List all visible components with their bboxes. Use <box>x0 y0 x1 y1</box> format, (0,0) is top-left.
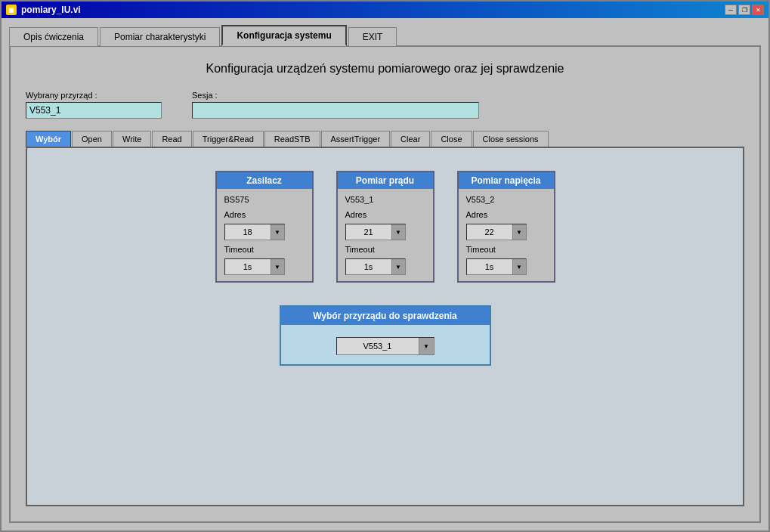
selection-dropdown-value: V553_1 <box>337 340 419 352</box>
zasilacz-timeout-label: Timeout <box>224 245 305 254</box>
pomiar-napiecia-adres-arrow[interactable]: ▼ <box>512 224 526 240</box>
tab-pomiar[interactable]: Pomiar charakterystyki <box>100 27 220 46</box>
selection-box-title: Wybór przyrządu do sprawdzenia <box>281 307 490 325</box>
subtab-close-sessions[interactable]: Close sessions <box>473 131 549 147</box>
minimize-button[interactable]: ─ <box>725 5 737 15</box>
zasilacz-adres-label: Adres <box>224 210 305 219</box>
page-title: Konfiguracja urządzeń systemu pomiaroweg… <box>26 62 744 76</box>
subtabbar: Wybór Open Write Read Trigger&Read ReadS… <box>26 131 744 148</box>
zasilacz-name: BS575 <box>224 195 305 204</box>
wybrany-przyrzad-input[interactable] <box>26 102 162 119</box>
zasilacz-adres-arrow[interactable]: ▼ <box>271 224 284 240</box>
cards-row: Zasilacz BS575 Adres 18 ▼ Timeout 1s ▼ <box>215 171 555 283</box>
pomiar-napiecia-timeout-label: Timeout <box>466 245 546 254</box>
zasilacz-timeout-dropdown[interactable]: 1s ▼ <box>224 258 285 275</box>
titlebar: ▦ pomiary_IU.vi ─ ❐ ✕ <box>2 2 768 18</box>
pomiar-napiecia-body: V553_2 Adres 22 ▼ Timeout 1s ▼ <box>459 189 554 281</box>
pomiar-pradu-body: V553_1 Adres 21 ▼ Timeout 1s ▼ <box>338 189 433 281</box>
wybrany-przyrzad-label: Wybrany przyrząd : <box>26 91 162 100</box>
close-button[interactable]: ✕ <box>752 5 764 15</box>
pomiar-pradu-adres-arrow[interactable]: ▼ <box>391 224 405 240</box>
sesja-label: Sesja : <box>192 91 479 100</box>
pomiar-napiecia-adres-dropdown[interactable]: 22 ▼ <box>466 224 527 240</box>
subtab-wybor[interactable]: Wybór <box>26 131 71 147</box>
pomiar-pradu-header: Pomiar prądu <box>338 172 433 189</box>
subtab-clear[interactable]: Clear <box>391 131 430 147</box>
subtab-open[interactable]: Open <box>72 131 112 147</box>
subtab-write[interactable]: Write <box>113 131 151 147</box>
sesja-group: Sesja : <box>192 91 479 119</box>
pomiar-napiecia-adres-value: 22 <box>467 226 512 238</box>
subtab-close[interactable]: Close <box>431 131 472 147</box>
subtab-trigger-read[interactable]: Trigger&Read <box>193 131 264 147</box>
sesja-input[interactable] <box>192 102 479 119</box>
app-icon: ▦ <box>6 5 17 15</box>
pomiar-pradu-timeout-label: Timeout <box>345 245 425 254</box>
zasilacz-adres-value: 18 <box>225 226 271 238</box>
pomiar-pradu-adres-label: Adres <box>345 210 425 219</box>
restore-button[interactable]: ❐ <box>738 5 750 15</box>
zasilacz-body: BS575 Adres 18 ▼ Timeout 1s ▼ <box>217 189 312 281</box>
zasilacz-timeout-arrow[interactable]: ▼ <box>271 259 284 274</box>
inner-panel: Zasilacz BS575 Adres 18 ▼ Timeout 1s ▼ <box>26 148 744 506</box>
tab-opis[interactable]: Opis ćwiczenia <box>9 27 98 46</box>
selection-dropdown[interactable]: V553_1 ▼ <box>336 337 434 355</box>
pomiar-napiecia-name: V553_2 <box>466 195 546 204</box>
pomiar-pradu-name: V553_1 <box>345 195 425 204</box>
tab-konfiguracja[interactable]: Konfiguracja systemu <box>221 25 346 46</box>
pomiar-pradu-adres-value: 21 <box>346 226 391 238</box>
content-area: Konfiguracja urządzeń systemu pomiaroweg… <box>9 45 761 523</box>
window-title: pomiary_IU.vi <box>21 5 81 15</box>
subtab-readstb[interactable]: ReadSTB <box>264 131 320 147</box>
pomiar-napiecia-adres-label: Adres <box>466 210 546 219</box>
pomiar-pradu-timeout-value: 1s <box>346 261 391 273</box>
pomiar-napiecia-header: Pomiar napięcia <box>459 172 554 189</box>
pomiar-pradu-timeout-dropdown[interactable]: 1s ▼ <box>345 258 406 275</box>
wybrany-przyrzad-group: Wybrany przyrząd : <box>26 91 162 119</box>
selection-dropdown-arrow[interactable]: ▼ <box>419 338 434 354</box>
zasilacz-header: Zasilacz <box>217 172 312 189</box>
fields-row: Wybrany przyrząd : Sesja : <box>26 91 744 119</box>
tab-exit[interactable]: EXIT <box>348 27 397 46</box>
zasilacz-timeout-value: 1s <box>225 261 271 273</box>
tabbar: Opis ćwiczenia Pomiar charakterystyki Ko… <box>2 18 768 45</box>
pomiar-napiecia-timeout-arrow[interactable]: ▼ <box>512 259 526 274</box>
zasilacz-card: Zasilacz BS575 Adres 18 ▼ Timeout 1s ▼ <box>215 171 314 283</box>
pomiar-pradu-card: Pomiar prądu V553_1 Adres 21 ▼ Timeout 1… <box>336 171 434 283</box>
pomiar-napiecia-card: Pomiar napięcia V553_2 Adres 22 ▼ Timeou… <box>457 171 555 283</box>
pomiar-napiecia-timeout-dropdown[interactable]: 1s ▼ <box>466 258 527 275</box>
pomiar-pradu-adres-dropdown[interactable]: 21 ▼ <box>345 224 406 240</box>
subtab-read[interactable]: Read <box>152 131 191 147</box>
pomiar-napiecia-timeout-value: 1s <box>467 261 512 273</box>
titlebar-left: ▦ pomiary_IU.vi <box>6 5 81 15</box>
zasilacz-adres-dropdown[interactable]: 18 ▼ <box>224 224 285 240</box>
selection-box: Wybór przyrządu do sprawdzenia V553_1 ▼ <box>280 305 491 366</box>
subtab-assert-trigger[interactable]: AssertTrigger <box>321 131 391 147</box>
main-window: ▦ pomiary_IU.vi ─ ❐ ✕ Opis ćwiczenia Pom… <box>0 0 770 532</box>
pomiar-pradu-timeout-arrow[interactable]: ▼ <box>391 259 405 274</box>
titlebar-controls: ─ ❐ ✕ <box>725 5 764 15</box>
